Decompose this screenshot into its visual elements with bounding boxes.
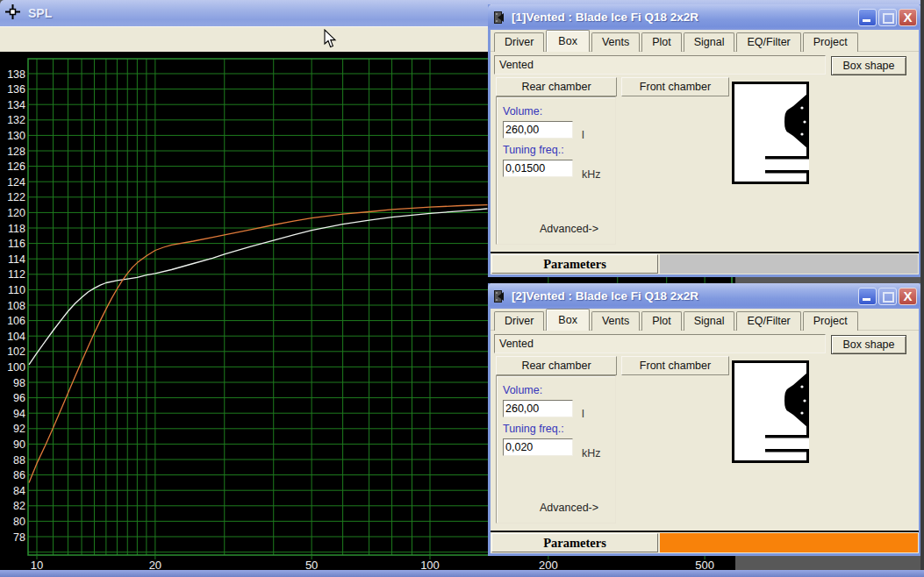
svg-text:120: 120 xyxy=(7,207,25,219)
tab-eq-filter[interactable]: EQ/Filter xyxy=(736,311,800,331)
tab-driver[interactable]: Driver xyxy=(494,32,544,52)
close-button[interactable]: X xyxy=(899,288,917,305)
volume-label: Volume: xyxy=(503,105,542,118)
volume-unit: l xyxy=(582,129,584,141)
advanced-link[interactable]: Advanced-> xyxy=(540,223,598,235)
spl-window-title: SPL xyxy=(28,6,52,20)
volume-input[interactable] xyxy=(503,400,573,417)
svg-text:104: 104 xyxy=(7,331,25,343)
maximize-button[interactable] xyxy=(878,9,897,26)
crosshair-icon xyxy=(5,4,20,23)
svg-text:78: 78 xyxy=(13,531,25,544)
vented-box-window: [2]Vented : Blade Ice Fi Q18 2x2R X Driv… xyxy=(488,283,921,556)
tab-signal[interactable]: Signal xyxy=(684,32,735,52)
tab-vents[interactable]: Vents xyxy=(591,32,640,52)
parameters-progress xyxy=(660,533,918,552)
svg-text:82: 82 xyxy=(13,500,25,512)
tab-vents[interactable]: Vents xyxy=(591,311,640,331)
box-type-field[interactable]: Vented xyxy=(494,334,826,353)
svg-text:500: 500 xyxy=(695,559,714,571)
svg-text:96: 96 xyxy=(13,392,25,404)
svg-text:118: 118 xyxy=(8,223,25,235)
svg-text:136: 136 xyxy=(7,83,25,96)
speaker-icon xyxy=(492,289,506,303)
tuning-freq-input[interactable] xyxy=(503,438,573,456)
box-shape-button[interactable]: Box shape xyxy=(831,335,906,354)
volume-input[interactable] xyxy=(503,121,573,139)
window-title: [2]Vented : Blade Ice Fi Q18 2x2R xyxy=(512,289,858,303)
svg-text:200: 200 xyxy=(539,559,558,571)
application-window: SPL 138136134132130128126124122120118116… xyxy=(0,0,924,577)
maximize-button[interactable] xyxy=(878,288,897,305)
svg-text:108: 108 xyxy=(7,300,25,312)
tab-plot[interactable]: Plot xyxy=(641,32,682,52)
svg-text:126: 126 xyxy=(7,160,25,173)
port-line xyxy=(765,449,809,452)
port-opening xyxy=(806,160,809,171)
parameters-bar: Parameters xyxy=(491,531,919,553)
svg-text:90: 90 xyxy=(13,438,25,451)
svg-text:124: 124 xyxy=(7,176,25,189)
svg-text:84: 84 xyxy=(13,485,25,497)
box-type-field[interactable]: Vented xyxy=(494,55,826,75)
parameters-progress xyxy=(660,254,918,274)
tab-box[interactable]: Box xyxy=(546,309,590,331)
svg-text:138: 138 xyxy=(7,68,25,81)
tab-front-chamber[interactable]: Front chamber xyxy=(621,356,729,375)
svg-text:80: 80 xyxy=(13,516,25,528)
parameters-button[interactable]: Parameters xyxy=(491,533,658,552)
minimize-button[interactable] xyxy=(858,9,877,26)
svg-text:92: 92 xyxy=(13,423,25,435)
advanced-link[interactable]: Advanced-> xyxy=(540,502,598,514)
speaker-icon xyxy=(492,11,506,25)
screen-right-edge xyxy=(920,0,924,570)
tab-front-chamber[interactable]: Front chamber xyxy=(621,77,729,96)
port-line xyxy=(765,170,809,174)
tab-rear-chamber[interactable]: Rear chamber xyxy=(496,77,617,96)
mouse-cursor xyxy=(324,29,337,48)
tab-driver[interactable]: Driver xyxy=(494,311,544,331)
tuning-freq-label: Tuning freq.: xyxy=(503,423,564,435)
svg-text:106: 106 xyxy=(7,315,25,327)
volume-label: Volume: xyxy=(503,384,542,396)
port-opening xyxy=(806,438,809,450)
window-bottom-border xyxy=(0,570,924,577)
tab-bar: DriverBoxVentsPlotSignalEQ/FilterProject xyxy=(491,27,919,52)
tab-rear-chamber[interactable]: Rear chamber xyxy=(496,356,617,375)
svg-text:88: 88 xyxy=(13,454,25,467)
tuning-freq-input[interactable] xyxy=(503,160,573,177)
svg-text:86: 86 xyxy=(13,469,25,481)
svg-text:50: 50 xyxy=(305,559,318,571)
port-line xyxy=(765,435,809,438)
minimize-button[interactable] xyxy=(858,288,877,305)
tuning-freq-label: Tuning freq.: xyxy=(503,144,564,156)
tuning-freq-unit: kHz xyxy=(582,168,601,181)
tab-box[interactable]: Box xyxy=(546,30,590,52)
svg-text:20: 20 xyxy=(149,559,161,571)
parameters-button[interactable]: Parameters xyxy=(491,254,658,274)
tab-eq-filter[interactable]: EQ/Filter xyxy=(736,32,800,52)
tab-project[interactable]: Project xyxy=(803,32,858,52)
tab-signal[interactable]: Signal xyxy=(684,311,735,331)
svg-text:112: 112 xyxy=(8,268,25,281)
dialog-titlebar[interactable]: [2]Vented : Blade Ice Fi Q18 2x2R X xyxy=(488,283,921,309)
box-shape-button[interactable]: Box shape xyxy=(831,56,906,75)
svg-text:10: 10 xyxy=(31,559,43,571)
dialog-titlebar[interactable]: [1]Vented : Blade Ice Fi Q18 2x2R X xyxy=(488,4,921,30)
svg-text:130: 130 xyxy=(7,130,25,142)
svg-text:102: 102 xyxy=(7,345,25,358)
svg-text:128: 128 xyxy=(7,146,25,158)
close-button[interactable]: X xyxy=(899,9,917,26)
volume-unit: l xyxy=(582,408,584,420)
svg-text:94: 94 xyxy=(13,408,25,420)
svg-text:114: 114 xyxy=(8,253,25,266)
tab-plot[interactable]: Plot xyxy=(641,311,682,331)
svg-text:98: 98 xyxy=(13,377,25,389)
tab-bar: DriverBoxVentsPlotSignalEQ/FilterProject xyxy=(491,306,919,331)
tuning-freq-unit: kHz xyxy=(582,447,601,459)
svg-text:100: 100 xyxy=(420,559,440,571)
window-title: [1]Vented : Blade Ice Fi Q18 2x2R xyxy=(512,11,858,24)
svg-text:134: 134 xyxy=(7,99,25,111)
tab-project[interactable]: Project xyxy=(803,311,858,331)
parameters-bar: Parameters xyxy=(491,252,919,274)
